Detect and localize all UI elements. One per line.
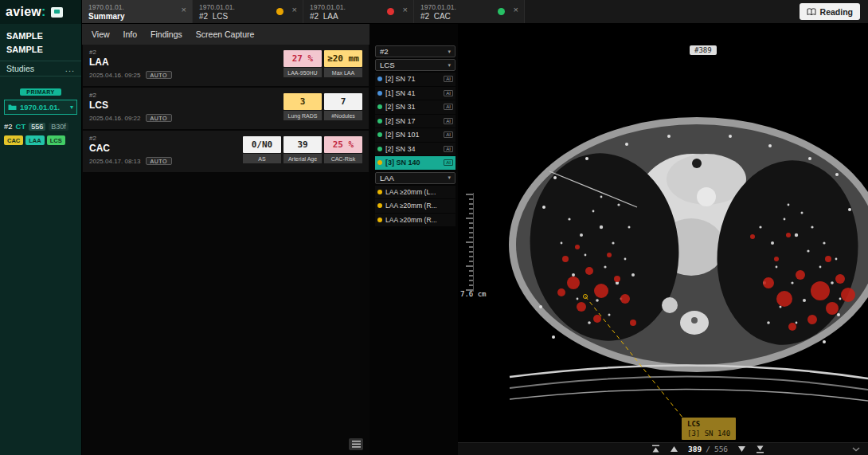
close-icon[interactable]: × — [292, 6, 297, 14]
card-datetime: 2025.04.17. 08:13 — [89, 158, 141, 165]
menu-findings[interactable]: Findings — [151, 29, 182, 39]
study-item[interactable]: 1970.01.01. ▾ — [4, 100, 77, 115]
list-icon — [352, 441, 361, 448]
category-select[interactable]: LCS ▾ — [375, 59, 456, 71]
menu-bar: View Info Findings Screen Capture — [82, 24, 369, 45]
tab-lcs[interactable]: 1970.01.01. #2 LCS × — [193, 0, 303, 23]
studies-header: Studies ... — [0, 61, 81, 76]
summary-card-laa[interactable]: #2 LAA 2025.04.16. 09:25 AUTO 27 % LAA-9… — [83, 45, 369, 86]
card-title: CAC — [89, 143, 172, 154]
status-dot-error — [387, 8, 394, 15]
ai-badge: AI — [444, 104, 453, 110]
laa-dot — [377, 190, 382, 194]
tab-laa[interactable]: 1970.01.01. #2 LAA × — [303, 0, 414, 23]
reading-button[interactable]: Reading — [800, 3, 860, 20]
book-icon — [807, 8, 816, 16]
nodule-item[interactable]: [2] SN 31 AI — [375, 100, 456, 115]
laa-item[interactable]: LAA ≥20mm (R... — [375, 214, 456, 228]
badge-lcs: LCS — [47, 135, 65, 145]
series-slice-count: 556 — [29, 123, 45, 131]
nodule-dot — [377, 119, 382, 124]
chevron-down-icon: ▾ — [448, 49, 451, 55]
first-slice-button[interactable] — [651, 445, 660, 453]
nodule-item[interactable]: [2] SN 101 AI — [375, 128, 456, 143]
study-date: 1970.01.01. — [20, 103, 67, 112]
metric-agatston: 0/N0 AS — [243, 136, 281, 163]
auto-badge: AUTO — [146, 114, 172, 122]
primary-badge: PRIMARY — [20, 88, 61, 96]
ai-badge: AI — [444, 118, 453, 124]
series-select[interactable]: #2 ▾ — [375, 45, 456, 57]
chevron-down-icon — [852, 445, 860, 453]
metric-cac-risk: 25 % CAC-Risk — [324, 136, 362, 163]
ai-badge: AI — [444, 90, 453, 96]
status-dot-ok — [498, 8, 505, 15]
nodule-dot — [377, 132, 382, 137]
metric-max-laa: ≥20 mm Max LAA — [324, 50, 362, 77]
series-modality: CT — [16, 122, 26, 131]
slice-number-badge: #389 — [690, 45, 717, 55]
badge-cac: CAC — [4, 135, 23, 145]
nodule-dot — [377, 104, 382, 109]
chevron-down-icon: ▾ — [448, 62, 451, 69]
tab-strip: 1970.01.01. Summary × 1970.01.01. #2 LCS… — [82, 0, 868, 24]
next-slice-button[interactable] — [737, 445, 746, 453]
nodule-item[interactable]: [1] SN 41 AI — [375, 87, 456, 101]
nodule-item-selected[interactable]: [3] SN 140 AI — [375, 156, 456, 171]
nodule-dot — [377, 147, 382, 151]
status-dot-warning — [276, 8, 283, 15]
metric-lung-rads: 3 Lung RADS — [283, 93, 322, 120]
laa-select[interactable]: LAA ▾ — [375, 172, 456, 184]
nodule-item[interactable]: [2] SN 34 AI — [375, 143, 456, 157]
nodule-item[interactable]: [2] SN 71 AI — [375, 73, 456, 87]
laa-item[interactable]: LAA ≥20mm (R... — [375, 199, 456, 214]
viewer-bottom-bar: 389 / 556 — [458, 442, 868, 455]
close-icon[interactable]: × — [514, 6, 518, 14]
ai-badge: AI — [444, 76, 453, 82]
card-title: LAA — [89, 57, 172, 68]
summary-card-lcs[interactable]: #2 LCS 2025.04.16. 09:22 AUTO 3 Lung RAD… — [83, 88, 369, 129]
menu-screen-capture[interactable]: Screen Capture — [196, 29, 255, 39]
card-datetime: 2025.04.16. 09:22 — [89, 115, 141, 122]
folder-icon — [8, 104, 17, 111]
ruler-label: 7.6 cm — [460, 290, 487, 298]
list-view-button[interactable] — [349, 438, 363, 450]
nodule-dot — [377, 91, 382, 96]
series-item[interactable]: #2 CT 556 B30f — [4, 122, 77, 131]
metric-nodule-count: 7 #Nodules — [324, 93, 362, 120]
laa-dot — [377, 203, 382, 208]
ct-viewer[interactable]: #389 7.6 cm LCS [3] SN 140 — [458, 24, 868, 442]
summary-card-cac[interactable]: #2 CAC 2025.04.17. 08:13 AUTO 0/N0 AS 39… — [83, 131, 369, 172]
slice-position: 389 / 556 — [688, 445, 728, 453]
app-icon — [51, 7, 63, 18]
nodule-dot — [377, 76, 382, 81]
series-number: #2 — [4, 122, 13, 131]
scale-ruler — [463, 193, 479, 296]
summary-panel: #2 LAA 2025.04.16. 09:25 AUTO 27 % LAA-9… — [82, 45, 369, 455]
auto-badge: AUTO — [146, 157, 172, 165]
chevron-down-icon: ▾ — [448, 175, 451, 181]
metric-laa950: 27 % LAA-950HU — [283, 50, 322, 77]
nodule-item[interactable]: [2] SN 17 AI — [375, 115, 456, 129]
ai-badge: AI — [444, 146, 453, 152]
card-datetime: 2025.04.16. 09:25 — [89, 72, 141, 79]
tab-cac[interactable]: 1970.01.01. #2 CAC × — [414, 0, 525, 23]
laa-dot — [377, 218, 382, 222]
tab-summary[interactable]: 1970.01.01. Summary × — [82, 0, 193, 23]
studies-menu-button[interactable]: ... — [65, 64, 75, 73]
ct-axial-image[interactable] — [506, 44, 868, 442]
menu-info[interactable]: Info — [123, 29, 138, 39]
last-slice-button[interactable] — [756, 445, 764, 453]
laa-item[interactable]: LAA ≥20mm (L... — [375, 186, 456, 200]
menu-view[interactable]: View — [92, 29, 110, 39]
findings-panel: #2 ▾ LCS ▾ [2] SN 71 AI [1] SN 41 AI [2]… — [373, 45, 458, 455]
chevron-down-icon: ▾ — [70, 104, 73, 111]
close-icon[interactable]: × — [403, 6, 408, 14]
nodule-annotation-label[interactable]: LCS [3] SN 140 — [682, 418, 736, 440]
previous-slice-button[interactable] — [670, 445, 678, 453]
auto-badge: AUTO — [146, 71, 172, 79]
card-title: LCS — [89, 100, 172, 111]
close-icon[interactable]: × — [182, 6, 186, 14]
collapse-bar-button[interactable] — [852, 445, 860, 453]
studies-label: Studies — [6, 64, 34, 73]
